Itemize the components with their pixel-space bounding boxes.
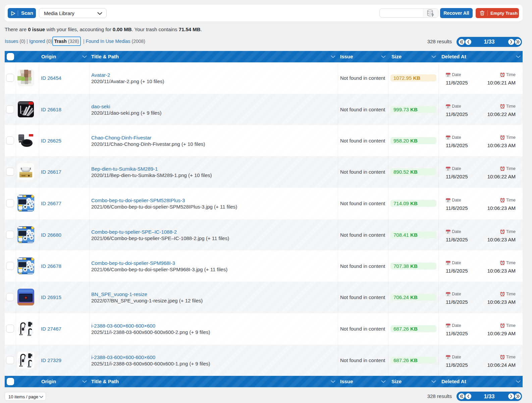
svg-text:17: 17 <box>447 231 449 233</box>
svg-text:17: 17 <box>447 199 449 202</box>
svg-text:17: 17 <box>447 325 449 327</box>
svg-text:17: 17 <box>447 262 449 265</box>
svg-text:17: 17 <box>447 356 449 359</box>
svg-text:17: 17 <box>447 293 449 296</box>
svg-text:17: 17 <box>447 168 449 170</box>
svg-text:17: 17 <box>447 106 449 108</box>
svg-text:17: 17 <box>447 137 449 139</box>
svg-text:17: 17 <box>447 74 449 76</box>
